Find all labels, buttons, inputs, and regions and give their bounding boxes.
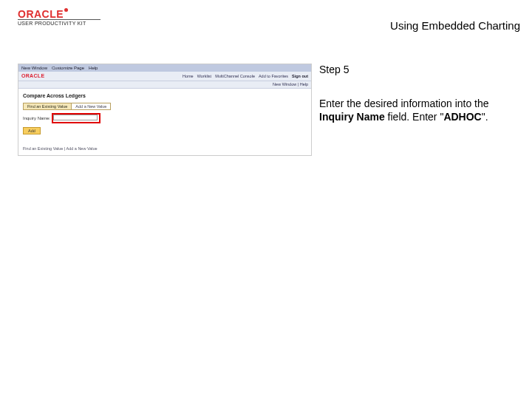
inquiry-name-input[interactable] (53, 115, 98, 120)
nav-fav[interactable]: Add to Favorites (259, 74, 288, 78)
nav-home[interactable]: Home (183, 74, 194, 78)
step-label: Step 5 (319, 64, 519, 75)
app-brand-oracle: ORACLE (21, 73, 44, 78)
logo-divider (18, 19, 100, 20)
embedded-screenshot: New Window Customize Page Help ORACLE Ho… (18, 64, 313, 156)
app-window: New Window Customize Page Help ORACLE Ho… (18, 64, 312, 156)
instr-post: ". (482, 111, 488, 123)
instruction-panel: Step 5 Enter the desired information int… (319, 64, 519, 123)
nav-worklist[interactable]: Worklist (197, 74, 211, 78)
instr-pre: Enter the desired information into the (319, 98, 489, 109)
app-footer-links: Find an Existing Value | Add a New Value (23, 146, 307, 151)
instr-value: ADHOC (443, 111, 481, 123)
nav-signout[interactable]: Sign out (292, 74, 308, 78)
oracle-wordmark: ORACLE (18, 8, 64, 20)
page-title: Using Embedded Charting (390, 19, 520, 32)
app-brandrow: ORACLE Home Worklist MultiChannel Consol… (18, 72, 311, 81)
upk-subtitle: USER PRODUCTIVITY KIT (18, 21, 86, 26)
tab-find-existing[interactable]: Find an Existing Value (23, 103, 72, 110)
instruction-text: Enter the desired information into the I… (319, 98, 519, 123)
instr-mid: field. Enter " (385, 111, 444, 123)
nav-mcc[interactable]: MultiChannel Console (215, 74, 255, 78)
add-button[interactable]: Add (23, 127, 41, 134)
logo-dot-icon (64, 8, 68, 12)
tab-strip: Find an Existing Value Add a New Value (23, 103, 307, 110)
app-service-row: New Window | Help (18, 81, 311, 89)
app-body: Compare Across Ledgers Find an Existing … (18, 89, 311, 155)
topnav-item[interactable]: Customize Page (52, 66, 84, 70)
app-nav-right: Home Worklist MultiChannel Console Add t… (183, 74, 308, 78)
oracle-upk-logo: ORACLE USER PRODUCTIVITY KIT (18, 7, 68, 21)
app-topbar: New Window Customize Page Help (18, 64, 311, 72)
topnav-item[interactable]: Help (89, 66, 98, 70)
page-heading: Compare Across Ledgers (23, 93, 307, 98)
inquiry-name-row: Inquiry Name: (23, 115, 307, 121)
instr-field-name: Inquiry Name (319, 111, 385, 123)
header: ORACLE USER PRODUCTIVITY KIT Using Embed… (0, 7, 532, 34)
tab-add-new[interactable]: Add a New Value (72, 103, 111, 110)
topnav-item[interactable]: New Window (21, 66, 47, 70)
inquiry-name-label: Inquiry Name: (23, 116, 50, 120)
inquiry-name-field-wrap (53, 115, 98, 121)
